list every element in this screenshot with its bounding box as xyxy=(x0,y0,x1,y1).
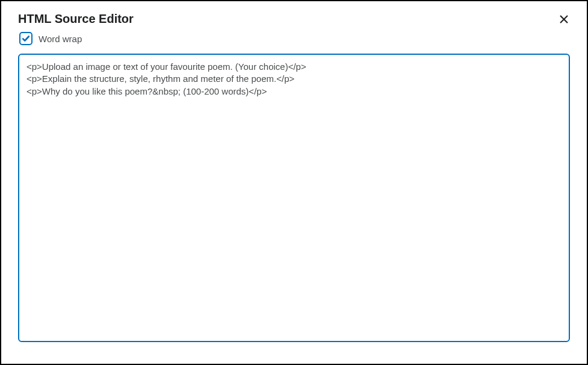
close-icon xyxy=(559,14,569,24)
html-source-textarea[interactable] xyxy=(18,54,570,342)
checkmark-icon xyxy=(22,34,30,43)
close-button[interactable] xyxy=(558,13,570,25)
dialog-title: HTML Source Editor xyxy=(18,12,134,26)
dialog-header: HTML Source Editor xyxy=(18,12,570,26)
dialog-container: HTML Source Editor Word wrap xyxy=(0,0,588,365)
wordwrap-checkbox[interactable] xyxy=(19,32,32,45)
wordwrap-label: Word wrap xyxy=(39,34,82,44)
wordwrap-option: Word wrap xyxy=(18,32,570,45)
